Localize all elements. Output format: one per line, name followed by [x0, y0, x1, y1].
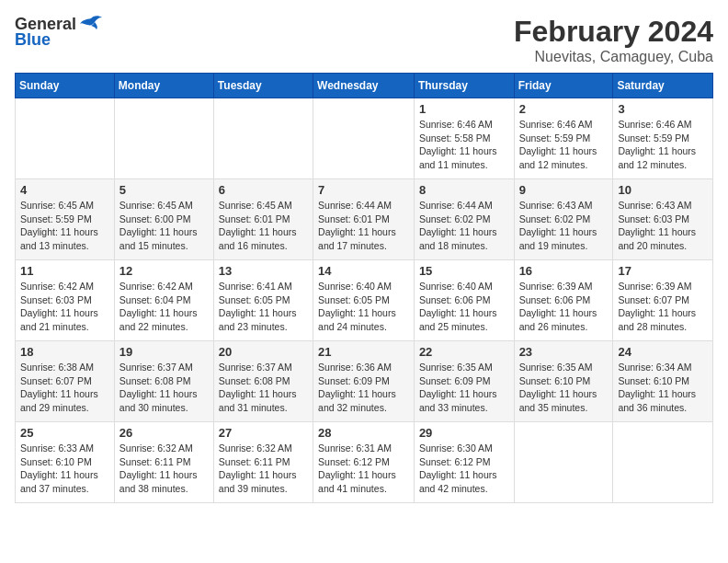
week-row-5: 25Sunrise: 6:33 AM Sunset: 6:10 PM Dayli…: [16, 422, 713, 503]
day-number: 7: [318, 183, 409, 197]
calendar-cell: [16, 98, 115, 179]
header-thursday: Thursday: [414, 74, 514, 98]
day-info: Sunrise: 6:39 AM Sunset: 6:06 PM Dayligh…: [519, 280, 609, 334]
header-monday: Monday: [114, 74, 213, 98]
day-number: 13: [219, 264, 308, 278]
calendar-cell: 4Sunrise: 6:45 AM Sunset: 5:59 PM Daylig…: [16, 179, 115, 260]
day-info: Sunrise: 6:34 AM Sunset: 6:10 PM Dayligh…: [618, 361, 708, 415]
calendar-cell: 21Sunrise: 6:36 AM Sunset: 6:09 PM Dayli…: [313, 341, 415, 422]
title-block: February 2024 Nuevitas, Camaguey, Cuba: [514, 15, 713, 65]
calendar-cell: 25Sunrise: 6:33 AM Sunset: 6:10 PM Dayli…: [16, 422, 115, 503]
day-number: 11: [20, 264, 109, 278]
day-number: 15: [419, 264, 509, 278]
calendar-cell: [313, 98, 415, 179]
day-number: 1: [419, 102, 509, 116]
header-tuesday: Tuesday: [213, 74, 313, 98]
day-info: Sunrise: 6:46 AM Sunset: 5:59 PM Dayligh…: [618, 118, 708, 172]
day-info: Sunrise: 6:37 AM Sunset: 6:08 PM Dayligh…: [219, 361, 308, 415]
week-row-1: 1Sunrise: 6:46 AM Sunset: 5:58 PM Daylig…: [16, 98, 713, 179]
page-header: General Blue February 2024 Nuevitas, Cam…: [15, 15, 713, 65]
calendar-cell: 19Sunrise: 6:37 AM Sunset: 6:08 PM Dayli…: [114, 341, 213, 422]
calendar-cell: 26Sunrise: 6:32 AM Sunset: 6:11 PM Dayli…: [114, 422, 213, 503]
day-info: Sunrise: 6:40 AM Sunset: 6:05 PM Dayligh…: [318, 280, 409, 334]
day-info: Sunrise: 6:30 AM Sunset: 6:12 PM Dayligh…: [419, 442, 509, 496]
calendar-cell: 13Sunrise: 6:41 AM Sunset: 6:05 PM Dayli…: [213, 260, 313, 341]
calendar-cell: 11Sunrise: 6:42 AM Sunset: 6:03 PM Dayli…: [16, 260, 115, 341]
day-info: Sunrise: 6:43 AM Sunset: 6:03 PM Dayligh…: [618, 199, 708, 253]
day-info: Sunrise: 6:45 AM Sunset: 5:59 PM Dayligh…: [20, 199, 109, 253]
calendar-cell: 9Sunrise: 6:43 AM Sunset: 6:02 PM Daylig…: [514, 179, 613, 260]
day-info: Sunrise: 6:33 AM Sunset: 6:10 PM Dayligh…: [20, 442, 109, 496]
calendar-cell: [114, 98, 213, 179]
calendar-cell: 20Sunrise: 6:37 AM Sunset: 6:08 PM Dayli…: [213, 341, 313, 422]
calendar-cell: 3Sunrise: 6:46 AM Sunset: 5:59 PM Daylig…: [613, 98, 713, 179]
day-number: 28: [318, 426, 409, 440]
calendar-cell: 12Sunrise: 6:42 AM Sunset: 6:04 PM Dayli…: [114, 260, 213, 341]
day-number: 22: [419, 345, 509, 359]
day-info: Sunrise: 6:32 AM Sunset: 6:11 PM Dayligh…: [219, 442, 308, 496]
sub-title: Nuevitas, Camaguey, Cuba: [514, 49, 713, 65]
day-number: 17: [618, 264, 708, 278]
day-info: Sunrise: 6:43 AM Sunset: 6:02 PM Dayligh…: [519, 199, 609, 253]
week-row-4: 18Sunrise: 6:38 AM Sunset: 6:07 PM Dayli…: [16, 341, 713, 422]
calendar-cell: 14Sunrise: 6:40 AM Sunset: 6:05 PM Dayli…: [313, 260, 415, 341]
day-number: 12: [119, 264, 209, 278]
day-number: 24: [618, 345, 708, 359]
day-number: 20: [219, 345, 308, 359]
week-row-2: 4Sunrise: 6:45 AM Sunset: 5:59 PM Daylig…: [16, 179, 713, 260]
calendar-cell: [213, 98, 313, 179]
header-wednesday: Wednesday: [313, 74, 415, 98]
calendar-table: SundayMondayTuesdayWednesdayThursdayFrid…: [15, 73, 713, 503]
logo-bird-icon: [78, 15, 104, 35]
day-number: 18: [20, 345, 109, 359]
calendar-cell: 8Sunrise: 6:44 AM Sunset: 6:02 PM Daylig…: [414, 179, 514, 260]
calendar-cell: 22Sunrise: 6:35 AM Sunset: 6:09 PM Dayli…: [414, 341, 514, 422]
day-info: Sunrise: 6:40 AM Sunset: 6:06 PM Dayligh…: [419, 280, 509, 334]
calendar-header-row: SundayMondayTuesdayWednesdayThursdayFrid…: [16, 74, 713, 98]
day-number: 10: [618, 183, 708, 197]
header-saturday: Saturday: [613, 74, 713, 98]
calendar-cell: 2Sunrise: 6:46 AM Sunset: 5:59 PM Daylig…: [514, 98, 613, 179]
day-number: 2: [519, 102, 609, 116]
calendar-cell: 29Sunrise: 6:30 AM Sunset: 6:12 PM Dayli…: [414, 422, 514, 503]
day-info: Sunrise: 6:42 AM Sunset: 6:04 PM Dayligh…: [119, 280, 209, 334]
calendar-cell: 15Sunrise: 6:40 AM Sunset: 6:06 PM Dayli…: [414, 260, 514, 341]
calendar-cell: 6Sunrise: 6:45 AM Sunset: 6:01 PM Daylig…: [213, 179, 313, 260]
day-info: Sunrise: 6:42 AM Sunset: 6:03 PM Dayligh…: [20, 280, 109, 334]
day-info: Sunrise: 6:44 AM Sunset: 6:01 PM Dayligh…: [318, 199, 409, 253]
calendar-cell: 5Sunrise: 6:45 AM Sunset: 6:00 PM Daylig…: [114, 179, 213, 260]
logo: General Blue: [15, 15, 104, 50]
day-number: 23: [519, 345, 609, 359]
header-friday: Friday: [514, 74, 613, 98]
day-number: 6: [219, 183, 308, 197]
calendar-cell: 7Sunrise: 6:44 AM Sunset: 6:01 PM Daylig…: [313, 179, 415, 260]
day-info: Sunrise: 6:46 AM Sunset: 5:58 PM Dayligh…: [419, 118, 509, 172]
calendar-cell: 18Sunrise: 6:38 AM Sunset: 6:07 PM Dayli…: [16, 341, 115, 422]
main-title: February 2024: [514, 15, 713, 49]
day-number: 14: [318, 264, 409, 278]
calendar-cell: 1Sunrise: 6:46 AM Sunset: 5:58 PM Daylig…: [414, 98, 514, 179]
day-info: Sunrise: 6:37 AM Sunset: 6:08 PM Dayligh…: [119, 361, 209, 415]
day-number: 29: [419, 426, 509, 440]
calendar-cell: 24Sunrise: 6:34 AM Sunset: 6:10 PM Dayli…: [613, 341, 713, 422]
day-number: 8: [419, 183, 509, 197]
day-info: Sunrise: 6:35 AM Sunset: 6:10 PM Dayligh…: [519, 361, 609, 415]
day-info: Sunrise: 6:45 AM Sunset: 6:01 PM Dayligh…: [219, 199, 308, 253]
day-info: Sunrise: 6:32 AM Sunset: 6:11 PM Dayligh…: [119, 442, 209, 496]
day-info: Sunrise: 6:39 AM Sunset: 6:07 PM Dayligh…: [618, 280, 708, 334]
calendar-cell: [613, 422, 713, 503]
calendar-cell: 16Sunrise: 6:39 AM Sunset: 6:06 PM Dayli…: [514, 260, 613, 341]
calendar-cell: 17Sunrise: 6:39 AM Sunset: 6:07 PM Dayli…: [613, 260, 713, 341]
day-number: 5: [119, 183, 209, 197]
day-info: Sunrise: 6:41 AM Sunset: 6:05 PM Dayligh…: [219, 280, 308, 334]
header-sunday: Sunday: [16, 74, 115, 98]
calendar-cell: 27Sunrise: 6:32 AM Sunset: 6:11 PM Dayli…: [213, 422, 313, 503]
day-number: 21: [318, 345, 409, 359]
day-info: Sunrise: 6:45 AM Sunset: 6:00 PM Dayligh…: [119, 199, 209, 253]
calendar-cell: 10Sunrise: 6:43 AM Sunset: 6:03 PM Dayli…: [613, 179, 713, 260]
day-number: 26: [119, 426, 209, 440]
calendar-cell: 23Sunrise: 6:35 AM Sunset: 6:10 PM Dayli…: [514, 341, 613, 422]
day-number: 3: [618, 102, 708, 116]
day-number: 4: [20, 183, 109, 197]
day-info: Sunrise: 6:31 AM Sunset: 6:12 PM Dayligh…: [318, 442, 409, 496]
